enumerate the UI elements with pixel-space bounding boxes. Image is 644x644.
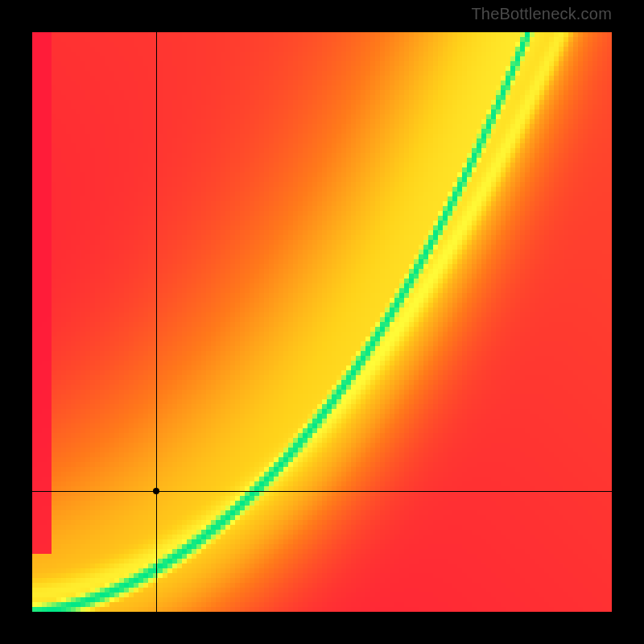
chart-frame: TheBottleneck.com — [0, 0, 644, 644]
plot-area — [32, 32, 612, 612]
heatmap-canvas — [32, 32, 612, 612]
watermark-label: TheBottleneck.com — [471, 5, 612, 23]
